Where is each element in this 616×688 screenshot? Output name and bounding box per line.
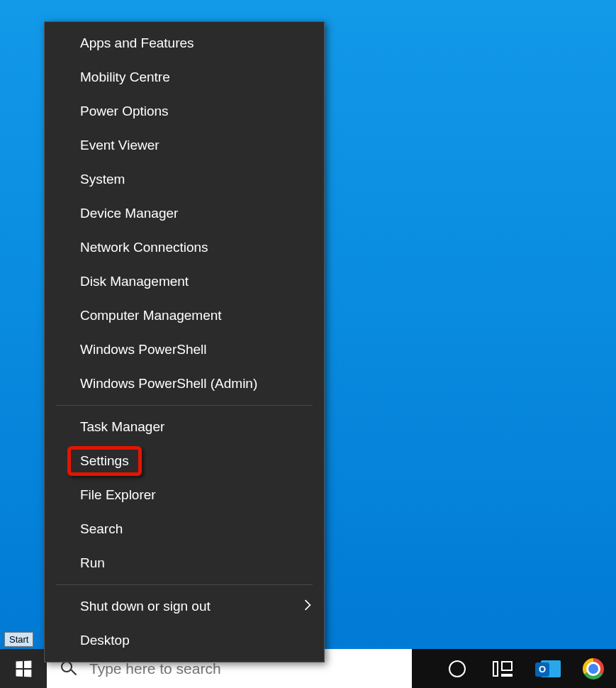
menu-item-desktop[interactable]: Desktop [45, 623, 324, 658]
menu-item-label: Windows PowerShell [80, 342, 206, 357]
menu-item-label: Search [80, 521, 123, 537]
menu-item-label: Shut down or sign out [80, 599, 211, 614]
menu-item-label: Device Manager [80, 206, 178, 221]
menu-item-windows-powershell[interactable]: Windows PowerShell [45, 333, 324, 367]
menu-item-computer-management[interactable]: Computer Management [45, 299, 324, 333]
menu-item-event-viewer[interactable]: Event Viewer [45, 128, 324, 162]
menu-item-label: Power Options [80, 104, 169, 119]
menu-item-search[interactable]: Search [45, 512, 324, 546]
menu-item-power-options[interactable]: Power Options [45, 94, 324, 128]
menu-item-disk-management[interactable]: Disk Management [45, 265, 324, 299]
taskbar-app-outlook[interactable]: O [525, 649, 571, 688]
menu-item-label: Desktop [80, 633, 130, 648]
menu-item-run[interactable]: Run [45, 546, 324, 580]
menu-separator [56, 405, 313, 406]
task-view-button[interactable] [480, 649, 525, 688]
menu-item-file-explorer[interactable]: File Explorer [45, 478, 324, 512]
chrome-icon [583, 658, 604, 679]
menu-item-label: Run [80, 555, 105, 571]
menu-item-windows-powershell-admin[interactable]: Windows PowerShell (Admin) [45, 367, 324, 401]
taskbar-app-chrome[interactable] [571, 649, 616, 688]
chevron-right-icon [304, 599, 311, 614]
cortana-button[interactable] [435, 649, 480, 688]
menu-item-task-manager[interactable]: Task Manager [45, 410, 324, 444]
menu-item-apps-and-features[interactable]: Apps and Features [45, 26, 324, 60]
menu-item-label: System [80, 172, 125, 187]
menu-item-network-connections[interactable]: Network Connections [45, 231, 324, 265]
windows-logo-icon [16, 660, 32, 677]
menu-item-label: Disk Management [80, 274, 189, 289]
menu-item-label: Event Viewer [80, 138, 159, 153]
menu-item-label: Task Manager [80, 419, 164, 435]
taskbar-right: O [435, 649, 616, 688]
menu-item-label: Computer Management [80, 308, 222, 323]
power-user-menu: Apps and Features Mobility Centre Power … [44, 21, 325, 662]
menu-item-label: Mobility Centre [80, 70, 170, 85]
task-view-icon [493, 661, 513, 677]
menu-item-label: Network Connections [80, 240, 208, 255]
menu-item-label: File Explorer [80, 487, 156, 503]
search-placeholder: Type here to search [89, 660, 221, 677]
menu-separator [56, 584, 313, 585]
menu-item-settings[interactable]: Settings [45, 444, 324, 478]
outlook-icon: O [535, 658, 561, 680]
start-tooltip: Start [4, 632, 33, 647]
menu-item-shut-down-or-sign-out[interactable]: Shut down or sign out [45, 589, 324, 623]
menu-item-label: Apps and Features [80, 35, 194, 51]
cortana-icon [449, 660, 466, 677]
menu-item-mobility-centre[interactable]: Mobility Centre [45, 60, 324, 94]
menu-item-device-manager[interactable]: Device Manager [45, 196, 324, 231]
menu-item-system[interactable]: System [45, 162, 324, 196]
start-button[interactable] [0, 649, 47, 688]
menu-item-label: Settings [80, 453, 129, 469]
search-icon [61, 661, 77, 677]
menu-item-label: Windows PowerShell (Admin) [80, 376, 257, 392]
